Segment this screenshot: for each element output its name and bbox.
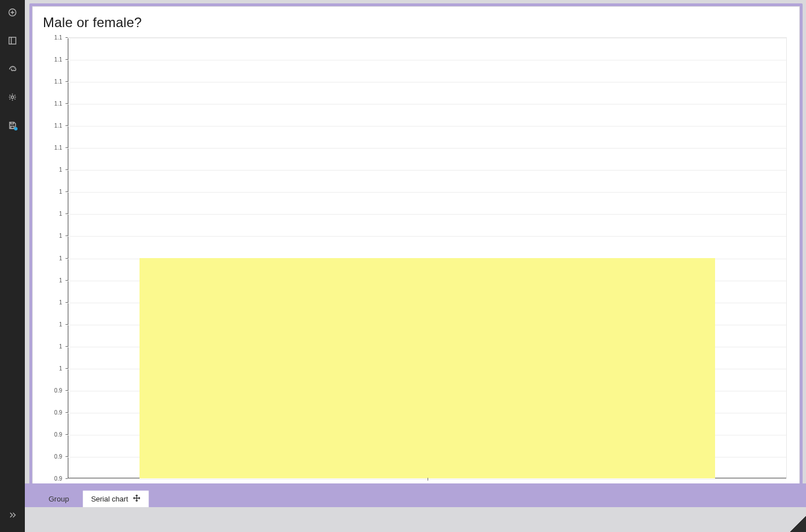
- y-tick-label: 1: [43, 343, 66, 349]
- y-tick: [66, 236, 68, 236]
- x-tick: [428, 478, 428, 481]
- y-tick-label: 1: [43, 365, 66, 371]
- theme-icon[interactable]: [6, 62, 19, 76]
- tab-serial-chart[interactable]: Serial chart: [82, 490, 149, 507]
- tab-group[interactable]: Group: [41, 490, 77, 507]
- bar[interactable]: [140, 258, 714, 479]
- y-tick: [66, 434, 68, 435]
- gridline: [68, 38, 786, 38]
- y-tick: [66, 258, 68, 259]
- panel-frame: Male or female? 1.11.11.11.11.11.1111111…: [29, 3, 803, 504]
- footer-blank: [25, 507, 806, 532]
- y-tick-label: 1: [43, 299, 66, 305]
- app-root: Male or female? 1.11.11.11.11.11.1111111…: [0, 0, 806, 532]
- y-tick: [66, 147, 68, 148]
- y-tick-label: 1.1: [43, 34, 66, 41]
- expand-sidebar-icon[interactable]: [6, 508, 19, 522]
- y-tick: [66, 103, 68, 104]
- y-tick-label: 1.1: [43, 145, 66, 151]
- move-icon[interactable]: [133, 494, 141, 504]
- plot-area: [68, 37, 787, 478]
- y-tick: [66, 280, 68, 281]
- gridline: [68, 170, 786, 171]
- svg-point-2: [11, 67, 11, 68]
- y-tick-label: 1: [43, 167, 66, 173]
- gridline: [68, 82, 786, 82]
- y-tick-label: 0.9: [43, 453, 66, 459]
- stage: Male or female? 1.11.11.11.11.11.1111111…: [25, 0, 806, 506]
- y-tick-label: 1.1: [43, 56, 66, 63]
- tab-label: Serial chart: [91, 495, 128, 503]
- unsaved-indicator-icon: [14, 127, 18, 130]
- chart-panel[interactable]: Male or female? 1.11.11.11.11.11.1111111…: [32, 6, 800, 502]
- gridline: [68, 236, 786, 237]
- layout-icon[interactable]: [6, 34, 19, 47]
- y-tick-label: 1: [43, 233, 66, 239]
- y-tick-label: 1: [43, 255, 66, 261]
- y-tick: [66, 213, 68, 214]
- y-tick: [66, 412, 68, 413]
- svg-point-3: [12, 67, 13, 67]
- svg-point-4: [14, 68, 15, 68]
- svg-point-5: [11, 96, 14, 98]
- gridline: [68, 126, 786, 127]
- y-tick: [66, 191, 68, 192]
- tab-strip: Group Serial chart: [25, 483, 806, 507]
- y-tick-label: 1.1: [43, 101, 66, 107]
- y-tick: [66, 81, 68, 82]
- y-tick: [66, 390, 68, 391]
- y-tick: [66, 478, 68, 479]
- y-tick: [66, 456, 68, 457]
- resize-corner-icon[interactable]: [790, 516, 806, 532]
- gridline: [68, 192, 786, 193]
- y-tick-label: 1: [43, 211, 66, 217]
- y-tick-label: 0.9: [43, 431, 66, 437]
- y-tick: [66, 368, 68, 369]
- y-tick: [66, 59, 68, 60]
- y-tick: [66, 37, 68, 38]
- add-icon[interactable]: [6, 6, 19, 19]
- gridline: [68, 60, 786, 60]
- settings-icon[interactable]: [6, 90, 19, 104]
- gridline: [68, 148, 786, 149]
- y-tick-label: 0.9: [43, 476, 66, 482]
- y-tick-label: 0.9: [43, 387, 66, 393]
- y-tick-label: 1: [43, 321, 66, 327]
- save-icon[interactable]: [6, 119, 19, 132]
- y-tick: [66, 302, 68, 303]
- y-tick-label: 1: [43, 277, 66, 283]
- y-tick-label: 1: [43, 189, 66, 195]
- gridline: [68, 104, 786, 104]
- left-sidebar: [0, 0, 25, 532]
- y-tick: [66, 346, 68, 347]
- y-tick: [66, 324, 68, 325]
- chart-area: 1.11.11.11.11.11.111111111110.90.90.90.9…: [43, 35, 789, 498]
- chart-title: Male or female?: [43, 15, 789, 30]
- y-tick-label: 1.1: [43, 79, 66, 85]
- y-tick: [66, 125, 68, 126]
- gridline: [68, 214, 786, 215]
- y-tick-label: 0.9: [43, 409, 66, 415]
- tab-label: Group: [49, 495, 69, 503]
- y-tick: [66, 169, 68, 170]
- y-tick-label: 1.1: [43, 123, 66, 129]
- svg-rect-1: [9, 37, 16, 44]
